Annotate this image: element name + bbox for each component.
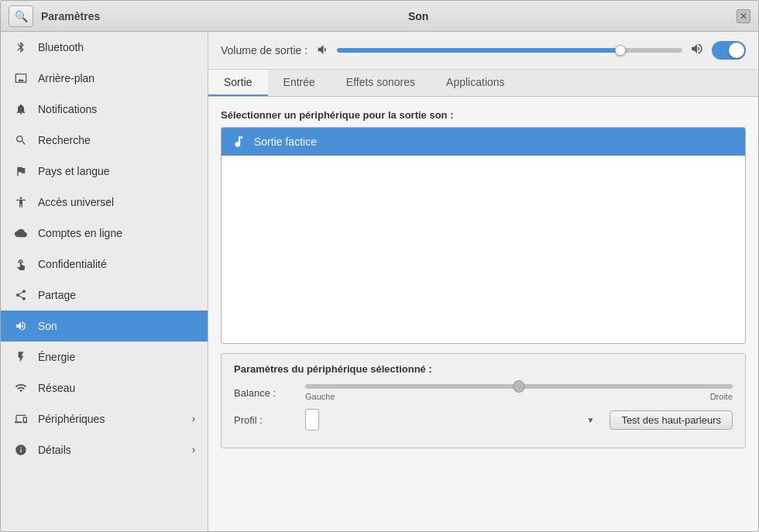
tab-applications[interactable]: Applications (431, 70, 520, 96)
settings-window: 🔍 Paramètres Son ✕ Bluetooth Arrière-pla… (0, 0, 759, 532)
sidebar-item-partage[interactable]: Partage (1, 280, 208, 311)
sidebar-item-details[interactable]: Détails › (1, 434, 208, 465)
sidebar-item-peripheriques[interactable]: Périphériques › (1, 403, 208, 434)
sidebar-label-bluetooth: Bluetooth (38, 41, 84, 53)
details-arrow: › (192, 444, 195, 455)
tab-content: Sélectionner un périphérique pour la sor… (208, 97, 758, 531)
close-icon: ✕ (740, 11, 747, 22)
params-title: Paramètres du périphérique sélectionné : (234, 363, 733, 375)
sidebar-label-partage: Partage (38, 289, 76, 301)
tab-entree[interactable]: Entrée (268, 70, 331, 96)
tab-effets-sonores[interactable]: Effets sonores (331, 70, 431, 96)
device-item-sortie-factice[interactable]: Sortie factice (222, 128, 745, 156)
balance-row: Balance : Gauche Droite (234, 384, 733, 401)
sidebar-label-details: Détails (38, 444, 71, 456)
cloud-icon (13, 225, 29, 241)
lightning-icon (13, 349, 29, 365)
balance-labels: Gauche Droite (305, 392, 733, 401)
sidebar-label-recherche: Recherche (38, 134, 91, 146)
sidebar-label-son: Son (38, 320, 57, 332)
volume-bar: Volume de sortie : (208, 32, 758, 70)
device-icon (231, 134, 246, 149)
profile-select-wrapper (305, 409, 600, 431)
sidebar: Bluetooth Arrière-plan Notifications Rec… (1, 32, 208, 531)
titlebar: 🔍 Paramètres Son ✕ (1, 1, 758, 32)
device-label-sortie-factice: Sortie factice (254, 136, 317, 148)
profile-select[interactable] (305, 409, 319, 431)
speaker-icon (13, 318, 29, 334)
sidebar-item-confidentialite[interactable]: Confidentialité (1, 249, 208, 280)
close-button[interactable]: ✕ (737, 9, 750, 23)
balance-slider-track[interactable] (305, 384, 733, 389)
sidebar-label-notifications: Notifications (38, 103, 97, 115)
balance-right-label: Droite (710, 392, 733, 401)
sidebar-label-peripheriques: Périphériques (38, 413, 105, 425)
balance-label: Balance : (234, 387, 296, 399)
tab-sortie[interactable]: Sortie (208, 70, 268, 96)
sidebar-label-acces-universel: Accès universel (38, 196, 114, 208)
info-icon (13, 442, 29, 458)
hand-icon (13, 256, 29, 272)
sidebar-item-son[interactable]: Son (1, 311, 208, 342)
device-list: Sortie factice (221, 127, 746, 344)
image-icon (13, 70, 29, 86)
devices-icon (13, 411, 29, 427)
tabs-bar: Sortie Entrée Effets sonores Application… (208, 70, 758, 97)
sidebar-label-reseau: Réseau (38, 382, 75, 394)
toggle-thumb (729, 43, 744, 58)
volume-slider-thumb[interactable] (615, 45, 626, 56)
volume-slider-container[interactable] (337, 43, 682, 58)
profile-label: Profil : (234, 414, 296, 426)
test-button[interactable]: Test des haut-parleurs (610, 410, 733, 430)
sidebar-item-pays-langue[interactable]: Pays et langue (1, 156, 208, 187)
sidebar-item-notifications[interactable]: Notifications (1, 94, 208, 125)
sidebar-item-acces-universel[interactable]: Accès universel (1, 187, 208, 218)
main-panel: Volume de sortie : (208, 32, 758, 531)
profile-row: Profil : Test des haut-parleurs (234, 409, 733, 431)
volume-slider-track (337, 48, 682, 53)
share-icon (13, 287, 29, 303)
flag-icon (13, 163, 29, 179)
bluetooth-icon (13, 39, 29, 55)
device-params-section: Paramètres du périphérique sélectionné :… (221, 353, 746, 448)
network-icon (13, 380, 29, 396)
volume-label: Volume de sortie : (221, 44, 307, 57)
peripheriques-arrow: › (192, 414, 195, 424)
sidebar-label-pays-langue: Pays et langue (38, 165, 110, 177)
volume-high-icon (690, 42, 704, 59)
balance-left-label: Gauche (305, 392, 335, 401)
window-title: Son (408, 10, 428, 22)
search-icon: 🔍 (15, 10, 28, 22)
search-button[interactable]: 🔍 (9, 5, 33, 27)
sidebar-item-bluetooth[interactable]: Bluetooth (1, 32, 208, 63)
sidebar-item-comptes-en-ligne[interactable]: Comptes en ligne (1, 218, 208, 249)
bell-icon (13, 101, 29, 117)
sidebar-label-confidentialite: Confidentialité (38, 258, 107, 270)
volume-low-icon (315, 43, 329, 59)
balance-slider-thumb[interactable] (513, 380, 525, 393)
accessibility-icon (13, 194, 29, 210)
output-section: Sélectionner un périphérique pour la sor… (221, 109, 746, 344)
settings-title: Paramètres (41, 10, 100, 22)
output-section-title: Sélectionner un périphérique pour la sor… (221, 109, 746, 121)
sidebar-label-arriere-plan: Arrière-plan (38, 72, 94, 84)
sidebar-item-reseau[interactable]: Réseau (1, 372, 208, 403)
sidebar-label-energie: Énergie (38, 351, 75, 363)
sidebar-item-energie[interactable]: Énergie (1, 342, 208, 372)
content-area: Bluetooth Arrière-plan Notifications Rec… (1, 32, 758, 531)
sidebar-item-recherche[interactable]: Recherche (1, 125, 208, 156)
sidebar-item-arriere-plan[interactable]: Arrière-plan (1, 63, 208, 94)
search-sidebar-icon (13, 132, 29, 148)
sidebar-label-comptes-en-ligne: Comptes en ligne (38, 227, 122, 239)
balance-container: Gauche Droite (305, 384, 733, 401)
volume-toggle[interactable] (712, 41, 746, 60)
